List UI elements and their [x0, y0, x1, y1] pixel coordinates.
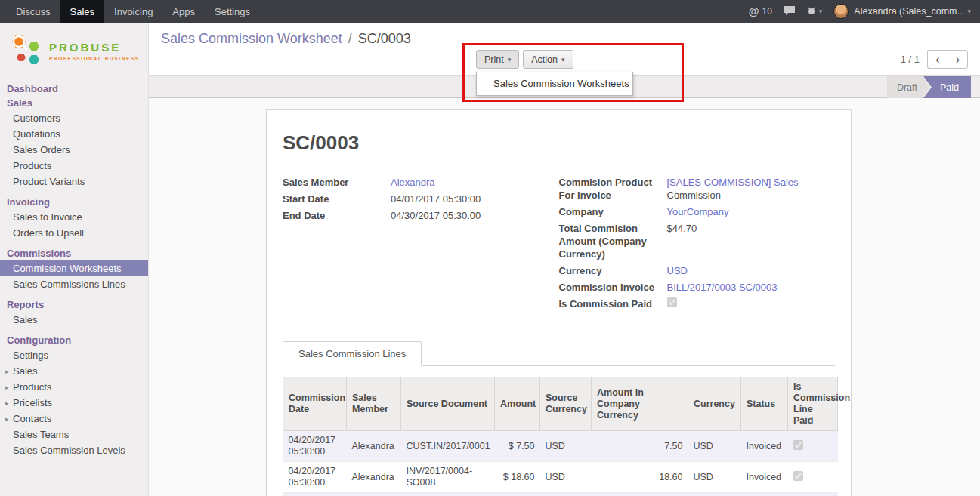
end-date-value: 04/30/2017 05:30:00	[391, 209, 546, 222]
pager-previous-button[interactable]: ‹	[927, 50, 948, 69]
topbar-right: @ 10 ▾ Alexandra (Sales_comm.. ▾	[749, 0, 980, 23]
field-currency: Currency USD	[559, 264, 836, 277]
field-label: Total Commision Amount (Company Currency…	[559, 222, 667, 260]
print-dropdown-menu: Sales Commission Worksheets	[476, 72, 633, 96]
sidebar-item-sales-report[interactable]: Sales	[0, 312, 148, 328]
chat-bubble-icon	[784, 5, 796, 18]
avatar	[833, 4, 849, 19]
cell-sales-member: Alexandra	[347, 493, 401, 496]
sidebar-item-orders-to-upsell[interactable]: Orders to Upsell	[0, 225, 148, 241]
sidebar-item-sales-orders[interactable]: Sales Orders	[0, 142, 148, 158]
chevron-right-icon: ›	[956, 53, 960, 66]
at-icon: @	[749, 5, 759, 17]
table-row[interactable]: 04/20/2017 05:30:00 Alexandra CUST.IN/20…	[283, 431, 838, 462]
sidebar-section-commissions: Commissions	[0, 246, 148, 260]
table-row[interactable]: 04/20/2017 10:35:53 Alexandra SO008 $ 18…	[283, 493, 838, 496]
sidebar-item-settings[interactable]: Settings	[0, 347, 148, 363]
sidebar-item-products-config[interactable]: ▸Products	[0, 379, 148, 395]
sidebar-item-sales-commissions-lines[interactable]: Sales Commissions Lines	[0, 276, 148, 292]
status-draft[interactable]: Draft	[887, 76, 930, 98]
pager-next-button[interactable]: ›	[948, 50, 968, 69]
action-button[interactable]: Action ▾	[523, 50, 573, 69]
breadcrumb-parent-link[interactable]: Sales Commission Worksheet	[161, 31, 342, 46]
table-header-row: Commission Date Sales Member Source Docu…	[283, 377, 838, 431]
cell-line-paid	[788, 493, 838, 496]
caret-down-icon: ▾	[967, 8, 971, 15]
pager-buttons: ‹ ›	[927, 50, 968, 69]
start-date-value: 04/01/2017 05:30:00	[391, 193, 546, 205]
menu-label: Settings	[215, 6, 250, 17]
sidebar-item-dashboard[interactable]: Dashboard	[0, 82, 148, 96]
sidebar-item-pricelists[interactable]: ▸Pricelists	[0, 395, 148, 411]
commission-product-rest: Commission	[667, 189, 722, 201]
sidebar-item-quotations[interactable]: Quotations	[0, 126, 148, 142]
menu-settings[interactable]: Settings	[205, 0, 260, 23]
sidebar-item-products[interactable]: Products	[0, 158, 148, 174]
cell-status: Invoiced	[741, 493, 788, 496]
messages-button[interactable]	[784, 5, 796, 18]
pager-value: 1 / 1	[901, 54, 920, 65]
col-header-status: Status	[741, 377, 788, 431]
commission-product-link[interactable]: [SALES COMMISSION] Sales	[667, 177, 799, 188]
sidebar-item-customers[interactable]: Customers	[0, 110, 148, 126]
sales-member-link[interactable]: Alexandra	[391, 177, 435, 188]
sidebar-item-sales-commission-levels[interactable]: Sales Commission Levels	[0, 442, 148, 458]
caret-down-icon: ▾	[819, 8, 823, 15]
chevron-right-icon: ▸	[5, 399, 13, 407]
notifications-button[interactable]: @ 10	[749, 5, 772, 17]
breadcrumb-separator: /	[346, 31, 354, 46]
col-header-source-document: Source Document	[401, 377, 495, 431]
debug-menu-button[interactable]: ▾	[807, 6, 823, 17]
sidebar-item-label: Pricelists	[13, 397, 52, 408]
menu-apps[interactable]: Apps	[162, 0, 205, 23]
sidebar-item-commission-worksheets[interactable]: Commission Worksheets	[0, 260, 148, 276]
cell-source-currency: USD	[540, 493, 592, 496]
cell-currency: USD	[688, 462, 741, 493]
cell-amount: $ 18.60	[495, 493, 540, 496]
menu-sales[interactable]: Sales	[60, 0, 105, 23]
commission-lines-table: Commission Date Sales Member Source Docu…	[283, 377, 838, 496]
sidebar-item-label: Sales	[13, 365, 38, 377]
menu-discuss[interactable]: Discuss	[6, 0, 60, 23]
pager: 1 / 1 ‹ ›	[901, 50, 968, 69]
cell-currency: USD	[688, 431, 741, 462]
cell-amount: $ 7.50	[495, 431, 540, 462]
action-button-label: Action	[531, 54, 558, 65]
form-area: SC/0003 Sales Member Alexandra Start Dat…	[149, 98, 980, 496]
print-button[interactable]: Print ▾	[476, 50, 519, 69]
caret-down-icon: ▾	[561, 56, 565, 63]
print-dropdown-item-worksheets[interactable]: Sales Commission Worksheets	[477, 72, 632, 95]
user-menu[interactable]: Alexandra (Sales_comm.. ▾	[833, 4, 971, 19]
field-company: Company YourCompany	[559, 205, 836, 218]
sidebar-item-contacts[interactable]: ▸Contacts	[0, 411, 148, 427]
field-sales-member: Sales Member Alexandra	[283, 176, 546, 189]
menu-label: Apps	[172, 6, 195, 17]
cell-amount-company: 18.60	[592, 493, 688, 496]
cell-commission-date: 04/20/2017 05:30:00	[283, 462, 347, 493]
notebook-tabs: Sales Commission Lines	[283, 341, 835, 366]
cell-source-document: INV/2017/0004-SO008	[401, 462, 495, 493]
field-commission-invoice: Commission Invoice BILL/2017/0003 SC/000…	[559, 281, 836, 294]
field-groups: Sales Member Alexandra Start Date 04/01/…	[283, 176, 835, 314]
col-header-currency: Currency	[688, 377, 741, 431]
topbar: Discuss Sales Invoicing Apps Settings @ …	[0, 0, 980, 23]
sidebar-item-sales-to-invoice[interactable]: Sales to Invoice	[0, 209, 148, 225]
table-row[interactable]: 04/20/2017 05:30:00 Alexandra INV/2017/0…	[283, 462, 838, 493]
menu-invoicing[interactable]: Invoicing	[104, 0, 162, 23]
sidebar-item-sales-config[interactable]: ▸Sales	[0, 363, 148, 379]
tab-sales-commission-lines[interactable]: Sales Commission Lines	[283, 341, 422, 366]
breadcrumb: Sales Commission Worksheet / SC/0003	[161, 31, 411, 47]
cell-amount-company: 18.60	[592, 462, 688, 493]
currency-link[interactable]: USD	[667, 265, 688, 276]
sidebar-section-configuration: Configuration	[0, 333, 148, 347]
company-link[interactable]: YourCompany	[667, 206, 729, 217]
logo-title: PROBUSE	[49, 41, 140, 54]
field-label: Start Date	[283, 193, 391, 205]
cell-sales-member: Alexandra	[347, 431, 401, 462]
caret-down-icon: ▾	[508, 56, 512, 63]
sidebar-item-sales-teams[interactable]: Sales Teams	[0, 427, 148, 442]
sidebar-item-product-variants[interactable]: Product Variants	[0, 174, 148, 189]
sidebar-item-sales[interactable]: Sales	[0, 96, 148, 110]
sidebar-nav: Dashboard Sales Customers Quotations Sal…	[0, 82, 148, 458]
commission-invoice-link[interactable]: BILL/2017/0003 SC/0003	[667, 282, 778, 293]
